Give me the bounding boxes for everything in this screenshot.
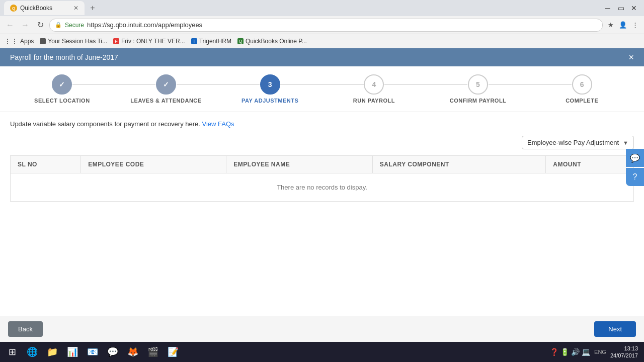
menu-icon[interactable]: ⋮ [630, 20, 640, 30]
bookmark-friv-label: Friv : ONLY THE VER... [121, 38, 185, 45]
address-box[interactable]: 🔒 Secure https://sg.qbo.intuit.com/app/e… [49, 19, 603, 32]
empty-message: There are no records to dispay. [11, 173, 634, 202]
taskbar-notes[interactable]: 📝 [163, 342, 183, 362]
tab-close-icon[interactable]: ✕ [73, 5, 78, 12]
taskbar-ie[interactable]: 🌐 [22, 342, 42, 362]
step-5-circle: 5 [468, 74, 488, 95]
col-amount: AMOUNT [546, 156, 634, 173]
bookmark-qbo-label: QuickBooks Online P... [246, 38, 307, 45]
bookmark-apps-label: Apps [20, 38, 34, 45]
tab-title: QuickBooks [20, 5, 52, 12]
taskbar-items: 🌐 📁 📊 📧 💬 🦊 🎬 📝 [22, 342, 550, 362]
step-select-location[interactable]: ✓ SELECT LOCATION [10, 74, 114, 104]
footer: Back Next [0, 316, 644, 342]
step-4-circle: 4 [364, 74, 384, 95]
window-controls: ─ ▭ ✕ [602, 3, 640, 13]
bookmark-apps[interactable]: ⋮⋮ Apps [4, 37, 34, 45]
minimize-button[interactable]: ─ [602, 3, 614, 13]
info-text: Update variable salary components for pa… [10, 120, 634, 128]
step-run-payroll[interactable]: 4 RUN PAYROLL [322, 74, 426, 104]
info-text-label: Update variable salary components for pa… [10, 120, 200, 128]
taskbar: ⊞ 🌐 📁 📊 📧 💬 🦊 🎬 📝 ❓ 🔋 🔊 💻 ENG 13:13 24/0… [0, 342, 644, 362]
taskbar-time: 13:13 24/07/2017 [610, 345, 638, 359]
tab-favicon: Q [10, 5, 17, 12]
view-faqs-link[interactable]: View FAQs [202, 120, 234, 128]
bookmark-friv[interactable]: F Friv : ONLY THE VER... [113, 38, 185, 45]
step-1-label: SELECT LOCATION [34, 98, 90, 104]
bookmark-trigent[interactable]: T TrigentHRM [191, 38, 231, 45]
address-actions: ★ 👤 ⋮ [606, 20, 640, 30]
time-display: 13:13 [610, 345, 638, 352]
taskbar-skype[interactable]: 💬 [103, 342, 123, 362]
dropdown-value: Employee-wise Pay Adjustment [527, 139, 619, 146]
bookmarks-bar: ⋮⋮ Apps Your Session Has Ti... F Friv : … [0, 34, 644, 48]
date-display: 24/07/2017 [610, 352, 638, 359]
app-header: Payroll for the month of June-2017 × [0, 48, 644, 66]
steps-bar: ✓ SELECT LOCATION ✓ LEAVES & ATTENDANCE … [0, 66, 644, 112]
battery-icon: 🔋 [560, 348, 569, 356]
address-bar-row: ← → ↻ 🔒 Secure https://sg.qbo.intuit.com… [0, 16, 644, 34]
taskbar-right: ❓ 🔋 🔊 💻 ENG 13:13 24/07/2017 [550, 345, 642, 359]
col-emp-name: EMPLOYEE NAME [226, 156, 373, 173]
bookmark-session-label: Your Session Has Ti... [48, 38, 107, 45]
chat-icon[interactable]: 💬 [626, 149, 644, 167]
step-confirm-payroll[interactable]: 5 CONFIRM PAYROLL [426, 74, 530, 104]
step-leaves-attendance[interactable]: ✓ LEAVES & ATTENDANCE [114, 74, 218, 104]
speaker-icon: 🔊 [571, 348, 580, 356]
adjustment-dropdown[interactable]: Employee-wise Pay Adjustment ▼ [522, 136, 634, 149]
maximize-button[interactable]: ▭ [615, 3, 627, 13]
lang-label: ENG [594, 349, 606, 355]
step-6-circle: 6 [572, 74, 592, 95]
help-sys-icon: ❓ [550, 348, 558, 356]
col-emp-code: EMPLOYEE CODE [81, 156, 226, 173]
bookmark-qbo[interactable]: Q QuickBooks Online P... [237, 38, 307, 45]
bookmark-trigent-label: TrigentHRM [199, 38, 231, 45]
table-header-row: SL NO EMPLOYEE CODE EMPLOYEE NAME SALARY… [11, 156, 634, 173]
col-slno: SL NO [11, 156, 81, 173]
step-complete[interactable]: 6 COMPLETE [530, 74, 634, 104]
browser-tab[interactable]: Q QuickBooks ✕ [4, 1, 85, 15]
address-text[interactable]: https://sg.qbo.intuit.com/app/employees [87, 21, 202, 29]
next-button[interactable]: Next [594, 321, 636, 337]
taskbar-explorer[interactable]: 📁 [42, 342, 62, 362]
step-3-circle: 3 [260, 74, 280, 95]
taskbar-firefox[interactable]: 🦊 [123, 342, 143, 362]
back-nav-button[interactable]: ← [4, 19, 16, 31]
extensions-icon[interactable]: ★ [606, 20, 616, 30]
help-icon[interactable]: ? [626, 168, 644, 186]
col-salary-component: SALARY COMPONENT [372, 156, 545, 173]
empty-row: There are no records to dispay. [11, 173, 634, 202]
bookmark-session[interactable]: Your Session Has Ti... [40, 38, 107, 45]
start-button[interactable]: ⊞ [2, 342, 22, 362]
taskbar-outlook[interactable]: 📧 [83, 342, 103, 362]
secure-icon: 🔒 [55, 22, 62, 28]
window-close-button[interactable]: ✕ [628, 3, 640, 13]
main-content: Update variable salary components for pa… [0, 112, 644, 210]
forward-nav-button[interactable]: → [19, 19, 31, 31]
toolbar-row: Employee-wise Pay Adjustment ▼ [10, 136, 634, 149]
dropdown-arrow-icon: ▼ [623, 140, 628, 146]
refresh-button[interactable]: ↻ [34, 19, 46, 31]
app-header-title: Payroll for the month of June-2017 [10, 53, 118, 61]
step-6-label: COMPLETE [566, 98, 598, 104]
new-tab-button[interactable]: + [87, 2, 99, 14]
step-pay-adjustments[interactable]: 3 PAY ADJUSTMENTS [218, 74, 322, 104]
secure-label: Secure [65, 22, 84, 29]
step-3-label: PAY ADJUSTMENTS [242, 98, 298, 104]
profile-icon[interactable]: 👤 [618, 20, 628, 30]
taskbar-excel[interactable]: 📊 [62, 342, 83, 362]
sys-icons: ❓ 🔋 🔊 💻 [550, 348, 590, 356]
step-5-label: CONFIRM PAYROLL [450, 98, 507, 104]
app-close-button[interactable]: × [628, 52, 634, 63]
back-button[interactable]: Back [8, 321, 43, 337]
step-1-circle: ✓ [52, 74, 72, 95]
browser-chrome: Q QuickBooks ✕ + ─ ▭ ✕ ← → ↻ 🔒 Secure ht… [0, 0, 644, 48]
step-4-label: RUN PAYROLL [353, 98, 395, 104]
step-2-label: LEAVES & ATTENDANCE [130, 98, 201, 104]
app-content: Payroll for the month of June-2017 × ✓ S… [0, 48, 644, 342]
data-table: SL NO EMPLOYEE CODE EMPLOYEE NAME SALARY… [10, 155, 634, 202]
title-bar: Q QuickBooks ✕ + ─ ▭ ✕ [0, 0, 644, 16]
step-2-circle: ✓ [156, 74, 176, 95]
taskbar-media[interactable]: 🎬 [143, 342, 163, 362]
network-icon: 💻 [582, 348, 590, 356]
